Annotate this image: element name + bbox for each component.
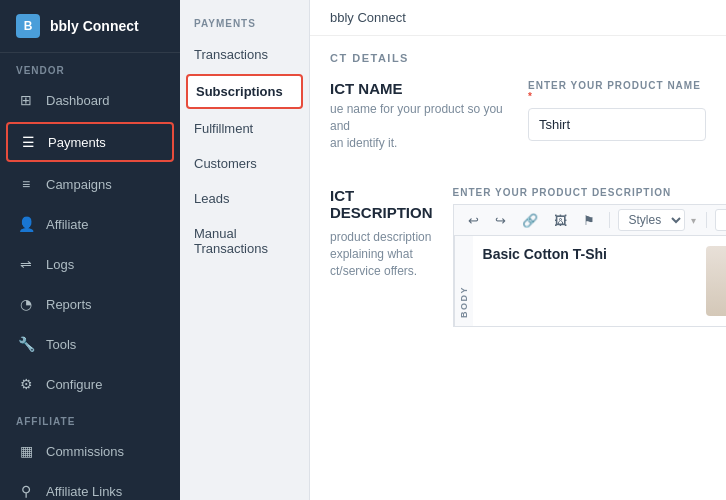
section-label: CT DETAILS bbox=[330, 52, 706, 64]
desc-input-label: ENTER YOUR PRODUCT DESCRIPTION bbox=[453, 187, 726, 198]
affiliate-links-icon: ⚲ bbox=[16, 481, 36, 500]
campaigns-icon: ≡ bbox=[16, 174, 36, 194]
required-indicator: * bbox=[528, 91, 533, 102]
sidebar-item-label: Commissions bbox=[46, 444, 124, 459]
sidebar: B bbly Connect VENDOR ⊞ Dashboard ☰ Paym… bbox=[0, 0, 180, 500]
configure-icon: ⚙ bbox=[16, 374, 36, 394]
name-title: ICT NAME bbox=[330, 80, 508, 97]
desc-sub: product description explaining what ct/s… bbox=[330, 229, 433, 279]
submenu-item-customers[interactable]: Customers bbox=[180, 146, 309, 181]
name-input-block: ENTER YOUR PRODUCT NAME * bbox=[528, 80, 706, 151]
sidebar-item-label: Reports bbox=[46, 297, 92, 312]
name-input-label: ENTER YOUR PRODUCT NAME * bbox=[528, 80, 706, 102]
editor-content[interactable]: Basic Cotton T-Shi bbox=[473, 236, 726, 326]
sidebar-item-payments[interactable]: ☰ Payments bbox=[6, 122, 174, 162]
sidebar-item-label: Logs bbox=[46, 257, 74, 272]
flag-button[interactable]: ⚑ bbox=[577, 210, 601, 231]
payments-icon: ☰ bbox=[18, 132, 38, 152]
sidebar-item-configure[interactable]: ⚙ Configure bbox=[0, 364, 180, 404]
sidebar-item-dashboard[interactable]: ⊞ Dashboard bbox=[0, 80, 180, 120]
submenu-item-transactions[interactable]: Transactions bbox=[180, 37, 309, 72]
toolbar-divider bbox=[609, 212, 610, 228]
sidebar-item-tools[interactable]: 🔧 Tools bbox=[0, 324, 180, 364]
tools-icon: 🔧 bbox=[16, 334, 36, 354]
product-name-input[interactable] bbox=[528, 108, 706, 141]
dashboard-icon: ⊞ bbox=[16, 90, 36, 110]
submenu-item-fulfillment[interactable]: Fulfillment bbox=[180, 111, 309, 146]
name-field-group: ICT NAME ue name for your product so you… bbox=[330, 80, 706, 151]
editor-toolbar: ↩ ↪ 🔗 🖼 ⚑ Styles ▾ Format bbox=[453, 204, 726, 235]
submenu-item-leads[interactable]: Leads bbox=[180, 181, 309, 216]
name-field-block: ICT NAME ue name for your product so you… bbox=[330, 80, 508, 151]
sidebar-item-label: Affiliate bbox=[46, 217, 88, 232]
reports-icon: ◔ bbox=[16, 294, 36, 314]
sidebar-item-commissions[interactable]: ▦ Commissions bbox=[0, 431, 180, 471]
sidebar-item-label: Tools bbox=[46, 337, 76, 352]
sidebar-item-label: Configure bbox=[46, 377, 102, 392]
editor-content-title: Basic Cotton T-Shi bbox=[483, 246, 726, 262]
editor-image bbox=[706, 246, 726, 316]
link-button[interactable]: 🔗 bbox=[516, 210, 544, 231]
image-button[interactable]: 🖼 bbox=[548, 210, 573, 231]
redo-button[interactable]: ↪ bbox=[489, 210, 512, 231]
submenu-item-manual-transactions[interactable]: Manual Transactions bbox=[180, 216, 309, 266]
sidebar-item-campaigns[interactable]: ≡ Campaigns bbox=[0, 164, 180, 204]
submenu-item-subscriptions[interactable]: Subscriptions bbox=[186, 74, 303, 109]
format-select[interactable]: Format bbox=[715, 209, 726, 231]
sidebar-logo: B bbly Connect bbox=[0, 0, 180, 53]
sidebar-item-affiliate-links[interactable]: ⚲ Affiliate Links bbox=[0, 471, 180, 500]
undo-button[interactable]: ↩ bbox=[462, 210, 485, 231]
affiliate-section-label: AFFILIATE bbox=[0, 404, 180, 431]
styles-select[interactable]: Styles bbox=[618, 209, 685, 231]
editor-body-label: BODY bbox=[454, 236, 473, 326]
editor-image-inner bbox=[706, 246, 726, 316]
sidebar-item-label: Dashboard bbox=[46, 93, 110, 108]
desc-title: ICT DESCRIPTION bbox=[330, 187, 433, 221]
editor-body[interactable]: BODY Basic Cotton T-Shi bbox=[453, 235, 726, 327]
submenu: PAYMENTS Transactions Subscriptions Fulf… bbox=[180, 0, 310, 500]
sidebar-item-label: Campaigns bbox=[46, 177, 112, 192]
vendor-section-label: VENDOR bbox=[0, 53, 180, 80]
sidebar-item-reports[interactable]: ◔ Reports bbox=[0, 284, 180, 324]
main-content: bbly Connect CT DETAILS ICT NAME ue name… bbox=[310, 0, 726, 500]
affiliate-icon: 👤 bbox=[16, 214, 36, 234]
toolbar-divider-2 bbox=[706, 212, 707, 228]
commissions-icon: ▦ bbox=[16, 441, 36, 461]
name-desc: ue name for your product so you and an i… bbox=[330, 101, 508, 151]
logs-icon: ⇌ bbox=[16, 254, 36, 274]
description-section: ICT DESCRIPTION product description expl… bbox=[310, 187, 726, 349]
sidebar-item-label: Payments bbox=[48, 135, 106, 150]
submenu-section-label: PAYMENTS bbox=[180, 10, 309, 37]
sidebar-item-affiliate[interactable]: 👤 Affiliate bbox=[0, 204, 180, 244]
logo-text: bbly Connect bbox=[50, 18, 139, 34]
sidebar-item-label: Affiliate Links bbox=[46, 484, 122, 499]
sidebar-item-logs[interactable]: ⇌ Logs bbox=[0, 244, 180, 284]
breadcrumb: bbly Connect bbox=[310, 0, 726, 36]
product-details-section: CT DETAILS ICT NAME ue name for your pro… bbox=[310, 36, 726, 187]
logo-icon: B bbox=[16, 14, 40, 38]
toolbar-dropdown-arrow: ▾ bbox=[691, 215, 696, 226]
